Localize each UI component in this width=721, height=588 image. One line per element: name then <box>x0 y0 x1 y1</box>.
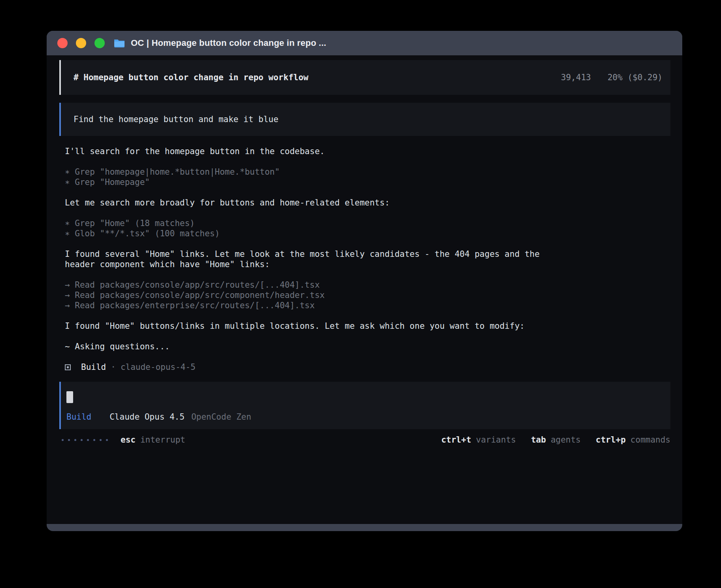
tool-call-read: → Read packages/console/app/src/routes/[… <box>65 280 670 290</box>
user-message: Find the homepage button and make it blu… <box>59 103 670 136</box>
close-window-button[interactable] <box>57 38 68 48</box>
agent-name: Build <box>81 362 106 372</box>
interrupt-label: interrupt <box>140 435 185 445</box>
spinner-dot <box>87 439 89 441</box>
hint-agents: tab agents <box>531 435 581 445</box>
spinner-dot <box>62 439 64 441</box>
ctrl-t-key: ctrl+t <box>441 435 471 445</box>
commands-label: commands <box>630 435 670 445</box>
spinner-dot <box>68 439 70 441</box>
terminal-content: # Homepage button color change in repo w… <box>47 55 682 524</box>
agent-mode-label: Build <box>66 412 91 422</box>
assistant-intro-text: I'll search for the homepage button in t… <box>65 146 670 156</box>
provider-label: OpenCode Zen <box>191 412 251 422</box>
hint-interrupt: esc interrupt <box>121 435 185 445</box>
spinner-dot <box>93 439 95 441</box>
build-agent-icon <box>65 364 71 370</box>
tool-call-grep: ∗ Grep "homepage|home.*button|Home.*butt… <box>65 167 670 177</box>
spinner-dots-icon <box>62 439 108 441</box>
assistant-status-text: ~ Asking questions... <box>65 341 670 352</box>
user-message-text: Find the homepage button and make it blu… <box>74 114 278 124</box>
tool-call-group: ∗ Grep "homepage|home.*button|Home.*butt… <box>65 167 670 187</box>
token-count: 39,413 <box>561 72 591 83</box>
tab-key: tab <box>531 435 546 445</box>
tool-call-group: ∗ Grep "Home" (18 matches) ∗ Glob "**/*.… <box>65 218 670 239</box>
status-bar-left: esc interrupt <box>59 435 185 445</box>
assistant-broader-search-text: Let me search more broadly for buttons a… <box>65 198 670 208</box>
assistant-candidates-text: I found several "Home" links. Let me loo… <box>65 249 559 270</box>
agent-info-line: Build · claude-opus-4-5 <box>65 362 670 372</box>
tool-call-glob: ∗ Glob "**/*.tsx" (100 matches) <box>65 228 670 239</box>
zoom-window-button[interactable] <box>94 38 105 48</box>
agents-label: agents <box>551 435 581 445</box>
tool-call-group: → Read packages/console/app/src/routes/[… <box>65 280 670 311</box>
assistant-ask-text: I found "Home" buttons/links in multiple… <box>65 321 670 331</box>
tool-call-read: → Read packages/console/app/src/componen… <box>65 290 670 300</box>
window-title: OC | Homepage button color change in rep… <box>131 38 326 48</box>
assistant-response: I'll search for the homepage button in t… <box>59 146 670 372</box>
spinner-dot <box>81 439 83 441</box>
window-controls <box>57 38 105 48</box>
tool-call-grep: ∗ Grep "Homepage" <box>65 177 670 187</box>
agent-model: claude-opus-4-5 <box>121 362 196 372</box>
text-cursor <box>66 391 73 403</box>
session-meta: 39,413 20% ($0.29) <box>561 72 662 83</box>
agent-separator: · <box>111 362 116 372</box>
tool-call-read: → Read packages/enterprise/src/routes/[.… <box>65 300 670 311</box>
window-titlebar[interactable]: OC | Homepage button color change in rep… <box>47 31 682 55</box>
session-title: # Homepage button color change in repo w… <box>74 72 308 83</box>
tool-call-grep: ∗ Grep "Home" (18 matches) <box>65 218 670 228</box>
session-header: # Homepage button color change in repo w… <box>59 60 670 95</box>
hint-variants: ctrl+t variants <box>441 435 516 445</box>
status-bar-right: ctrl+t variants tab agents ctrl+p comman… <box>441 435 670 445</box>
minimize-window-button[interactable] <box>76 38 86 48</box>
hint-commands: ctrl+p commands <box>596 435 670 445</box>
variants-label: variants <box>476 435 516 445</box>
spinner-dot <box>100 439 102 441</box>
spinner-dot <box>74 439 76 441</box>
model-name-label: Claude Opus 4.5 <box>109 412 185 422</box>
prompt-input[interactable]: Build Claude Opus 4.5 OpenCode Zen <box>59 382 670 429</box>
esc-key: esc <box>121 435 136 445</box>
context-usage: 20% ($0.29) <box>608 72 662 83</box>
composer-status-line: Build Claude Opus 4.5 OpenCode Zen <box>66 412 662 422</box>
folder-icon <box>113 38 125 48</box>
spinner-dot <box>106 439 108 441</box>
ctrl-p-key: ctrl+p <box>596 435 626 445</box>
terminal-window: OC | Homepage button color change in rep… <box>47 31 682 531</box>
status-bar: esc interrupt ctrl+t variants tab agents… <box>59 435 670 445</box>
